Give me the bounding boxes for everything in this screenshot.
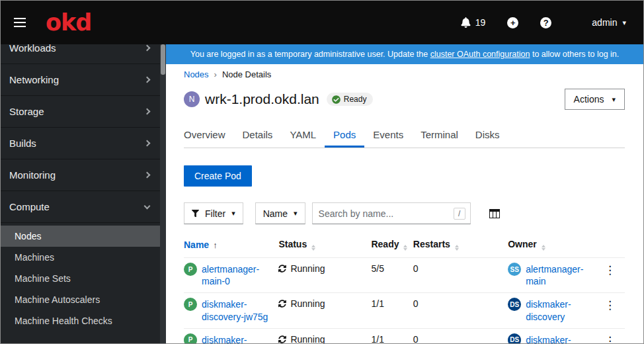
- username: admin: [592, 17, 617, 28]
- node-status-label: Ready: [344, 95, 367, 104]
- app-window: okd 19 + ? admin ▾ Workloads: [0, 0, 644, 344]
- owner-link[interactable]: diskmaker-: [526, 334, 571, 343]
- sort-icon: [403, 245, 407, 251]
- sync-icon: [278, 265, 286, 273]
- caret-down-icon: ▾: [294, 210, 298, 217]
- main-area: You are logged in as a temporary adminis…: [166, 44, 643, 343]
- column-header-name[interactable]: Name↑: [184, 231, 278, 258]
- sort-icon: [311, 245, 315, 251]
- sidebar-item-builds[interactable]: Builds: [1, 128, 160, 159]
- owner-link[interactable]: alertmanager-main: [526, 263, 593, 287]
- owner-link[interactable]: diskmaker-discovery: [526, 298, 593, 322]
- tab-details[interactable]: Details: [234, 123, 282, 148]
- user-menu[interactable]: admin ▾: [592, 17, 626, 28]
- pod-link[interactable]: diskmaker-: [202, 334, 247, 343]
- tab-yaml[interactable]: YAML: [281, 123, 325, 148]
- sidebar-item-machine-health-checks[interactable]: Machine Health Checks: [1, 310, 160, 331]
- chevron-right-icon: [144, 140, 151, 147]
- chevron-right-icon: [144, 45, 151, 52]
- sidebar-item-machine-sets[interactable]: Machine Sets: [1, 268, 160, 289]
- pod-status: Running: [290, 334, 325, 343]
- temp-admin-banner: You are logged in as a temporary adminis…: [166, 44, 643, 64]
- column-header-owner[interactable]: Owner: [508, 231, 598, 258]
- sort-icon: [455, 245, 459, 251]
- page-heading: N wrk-1.prod.okd.lan Ready Actions ▾: [184, 86, 625, 118]
- page-content: Nodes › Node Details N wrk-1.prod.okd.la…: [166, 64, 643, 343]
- sidebar-item-storage[interactable]: Storage: [1, 96, 160, 128]
- daemonset-icon: DS: [508, 298, 521, 311]
- kebab-menu-button[interactable]: ⋮: [600, 335, 620, 343]
- import-yaml-button[interactable]: +: [507, 17, 518, 28]
- column-header-restarts[interactable]: Restarts: [413, 231, 508, 258]
- sidebar-item-machine-autoscalers[interactable]: Machine Autoscalers: [1, 289, 160, 310]
- tab-terminal[interactable]: Terminal: [412, 123, 467, 148]
- search-box: /: [312, 202, 471, 224]
- pod-restarts: 0: [413, 293, 508, 328]
- column-header-status[interactable]: Status: [278, 231, 371, 258]
- bell-icon: [461, 17, 471, 28]
- filter-dropdown[interactable]: Filter ▾: [184, 202, 243, 224]
- okd-logo: okd: [46, 11, 91, 34]
- search-input[interactable]: [319, 208, 454, 219]
- notification-count: 19: [475, 17, 486, 28]
- manage-columns-button[interactable]: [489, 209, 500, 218]
- table-header-row: Name↑ Status Ready Restarts: [184, 231, 625, 258]
- sidebar-item-workloads[interactable]: Workloads: [1, 44, 160, 64]
- chevron-right-icon: [144, 172, 151, 179]
- pod-link[interactable]: alertmanager-main-0: [202, 263, 273, 287]
- sort-icon: [542, 245, 545, 251]
- kebab-menu-button[interactable]: ⋮: [600, 300, 620, 311]
- chevron-right-icon: [144, 108, 151, 115]
- oauth-config-link[interactable]: cluster OAuth configuration: [430, 50, 530, 59]
- masthead-toolbar: 19 + ? admin ▾: [461, 17, 626, 28]
- pod-row: P alertmanager-main-0 Running 5/5: [184, 258, 625, 293]
- sync-icon: [278, 300, 286, 308]
- breadcrumb-current: Node Details: [222, 69, 271, 79]
- filter-icon: [192, 210, 199, 217]
- sidebar-item-networking[interactable]: Networking: [1, 64, 160, 96]
- hamburger-icon: [14, 18, 26, 19]
- tab-events[interactable]: Events: [364, 123, 412, 148]
- pod-link[interactable]: diskmaker-discovery-jw75g: [202, 298, 273, 322]
- chevron-down-icon: [144, 202, 151, 209]
- notifications-button[interactable]: 19: [461, 17, 486, 28]
- tab-bar: Overview Details YAML Pods Events Termin…: [184, 123, 625, 148]
- sidebar-item-nodes[interactable]: Nodes: [1, 226, 160, 247]
- filter-toolbar: Filter ▾ Name ▾ /: [184, 202, 625, 224]
- pod-icon: P: [184, 333, 197, 343]
- tab-overview[interactable]: Overview: [184, 123, 234, 148]
- pod-row: P diskmaker-discovery-jw75g Running: [184, 293, 625, 328]
- shortcut-key-badge: /: [454, 208, 465, 220]
- sidebar-item-monitoring[interactable]: Monitoring: [1, 159, 160, 191]
- caret-down-icon: ▾: [612, 96, 616, 103]
- pod-icon: P: [184, 263, 197, 276]
- node-resource-icon: N: [184, 91, 200, 107]
- plus-circle-icon: +: [507, 17, 518, 28]
- node-status-badge: Ready: [327, 93, 374, 106]
- daemonset-icon: DS: [508, 333, 521, 343]
- scrollbar-thumb[interactable]: [161, 44, 165, 75]
- pod-icon: P: [184, 298, 197, 311]
- actions-dropdown[interactable]: Actions ▾: [565, 89, 625, 110]
- help-button[interactable]: ?: [540, 17, 551, 28]
- kebab-menu-button[interactable]: ⋮: [600, 265, 620, 276]
- column-header-ready[interactable]: Ready: [371, 231, 413, 258]
- check-circle-icon: [332, 95, 341, 104]
- pod-ready: 1/1: [371, 328, 413, 343]
- breadcrumb: Nodes › Node Details: [184, 68, 625, 86]
- pod-ready: 1/1: [371, 293, 413, 328]
- tab-disks[interactable]: Disks: [467, 123, 508, 148]
- sidebar-scrollbar[interactable]: [160, 44, 166, 343]
- breadcrumb-nodes-link[interactable]: Nodes: [184, 69, 209, 79]
- nav-toggle-button[interactable]: [11, 14, 28, 31]
- pod-row: P diskmaker- Running 1/1: [184, 328, 625, 343]
- name-filter-dropdown[interactable]: Name ▾: [255, 202, 305, 224]
- masthead: okd 19 + ? admin ▾: [1, 1, 643, 44]
- compute-submenu: Nodes Machines Machine Sets Machine Auto…: [1, 223, 160, 335]
- page-title: wrk-1.prod.okd.lan: [205, 91, 319, 107]
- caret-down-icon: ▾: [622, 19, 626, 26]
- sidebar-item-compute[interactable]: Compute: [1, 191, 160, 223]
- create-pod-button[interactable]: Create Pod: [184, 165, 252, 187]
- sidebar-item-machines[interactable]: Machines: [1, 247, 160, 268]
- tab-pods[interactable]: Pods: [325, 123, 364, 148]
